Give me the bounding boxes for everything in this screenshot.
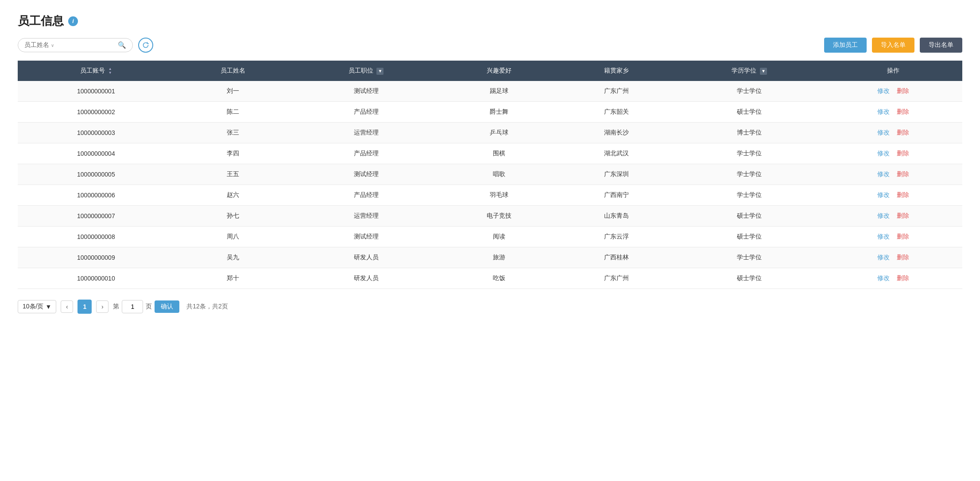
delete-button[interactable]: 删除 [897,129,909,136]
edit-button[interactable]: 修改 [877,274,890,281]
refresh-button[interactable] [138,38,153,53]
cell-hometown: 广东广州 [558,268,675,289]
col-name: 员工姓名 [174,61,292,81]
filter-icon-position[interactable]: ▼ [376,68,383,75]
cell-name: 张三 [174,123,292,143]
cell-account: 10000000006 [18,185,174,206]
cell-hometown: 广东广州 [558,81,675,102]
add-employee-button[interactable]: 添加员工 [824,38,867,53]
edit-button[interactable]: 修改 [877,254,890,261]
employee-table: 员工账号 ▲▼ 员工姓名 员工职位 ▼ 兴趣爱好 籍贯家乡 学历学位 ▼ 操作 … [18,61,962,289]
delete-button[interactable]: 删除 [897,212,909,219]
delete-button[interactable]: 删除 [897,254,909,261]
toolbar-right: 添加员工 导入名单 导出名单 [824,38,962,53]
cell-hometown: 广东深圳 [558,164,675,185]
page-goto-input[interactable] [122,300,143,313]
delete-button[interactable]: 删除 [897,170,909,177]
cell-action: 修改删除 [824,227,962,247]
table-row: 10000000004李四产品经理围棋湖北武汉学士学位修改删除 [18,143,962,164]
cell-education: 硕士学位 [675,102,824,123]
cell-position: 产品经理 [291,185,440,206]
cell-position: 测试经理 [291,164,440,185]
cell-name: 王五 [174,164,292,185]
cell-hometown: 广西桂林 [558,247,675,268]
page-header: 员工信息 i [18,13,962,29]
cell-name: 郑十 [174,268,292,289]
cell-account: 10000000009 [18,247,174,268]
delete-button[interactable]: 删除 [897,87,909,94]
edit-button[interactable]: 修改 [877,170,890,177]
cell-position: 产品经理 [291,143,440,164]
cell-action: 修改删除 [824,247,962,268]
import-button[interactable]: 导入名单 [872,38,914,53]
col-action: 操作 [824,61,962,81]
cell-education: 硕士学位 [675,268,824,289]
cell-education: 学士学位 [675,185,824,206]
table-header: 员工账号 ▲▼ 员工姓名 员工职位 ▼ 兴趣爱好 籍贯家乡 学历学位 ▼ 操作 [18,61,962,81]
cell-account: 10000000007 [18,206,174,227]
col-hometown: 籍贯家乡 [558,61,675,81]
current-page-button[interactable]: 1 [77,300,92,314]
col-account: 员工账号 ▲▼ [18,61,174,81]
cell-hobby: 乒乓球 [441,123,558,143]
page-total: 共12条，共2页 [186,303,228,311]
cell-account: 10000000004 [18,143,174,164]
cell-name: 陈二 [174,102,292,123]
cell-hobby: 踢足球 [441,81,558,102]
cell-position: 产品经理 [291,102,440,123]
cell-account: 10000000010 [18,268,174,289]
cell-hobby: 旅游 [441,247,558,268]
delete-button[interactable]: 删除 [897,108,909,115]
delete-button[interactable]: 删除 [897,150,909,157]
cell-name: 吴九 [174,247,292,268]
delete-button[interactable]: 删除 [897,233,909,240]
cell-account: 10000000001 [18,81,174,102]
cell-education: 学士学位 [675,81,824,102]
cell-hobby: 唱歌 [441,164,558,185]
delete-button[interactable]: 删除 [897,191,909,198]
edit-button[interactable]: 修改 [877,233,890,240]
cell-hometown: 广东云浮 [558,227,675,247]
cell-education: 博士学位 [675,123,824,143]
next-page-button[interactable]: › [96,300,108,313]
edit-button[interactable]: 修改 [877,191,890,198]
cell-education: 硕士学位 [675,206,824,227]
cell-name: 赵六 [174,185,292,206]
table-row: 10000000007孙七运营经理电子竞技山东青岛硕士学位修改删除 [18,206,962,227]
edit-button[interactable]: 修改 [877,150,890,157]
cell-action: 修改删除 [824,81,962,102]
cell-name: 刘一 [174,81,292,102]
cell-hobby: 羽毛球 [441,185,558,206]
table-row: 10000000005王五测试经理唱歌广东深圳学士学位修改删除 [18,164,962,185]
search-box[interactable]: 员工姓名 ∨ 🔍 [18,38,133,52]
cell-education: 学士学位 [675,164,824,185]
cell-hometown: 广西南宁 [558,185,675,206]
prev-page-button[interactable]: ‹ [61,300,73,313]
cell-hometown: 山东青岛 [558,206,675,227]
cell-action: 修改删除 [824,143,962,164]
export-button[interactable]: 导出名单 [920,38,962,53]
delete-button[interactable]: 删除 [897,274,909,281]
page-confirm-button[interactable]: 确认 [155,300,179,313]
cell-position: 研发人员 [291,247,440,268]
cell-hobby: 电子竞技 [441,206,558,227]
col-education: 学历学位 ▼ [675,61,824,81]
edit-button[interactable]: 修改 [877,108,890,115]
edit-button[interactable]: 修改 [877,87,890,94]
cell-hobby: 吃饭 [441,268,558,289]
cell-action: 修改删除 [824,185,962,206]
search-button[interactable]: 🔍 [118,41,126,49]
edit-button[interactable]: 修改 [877,212,890,219]
cell-action: 修改删除 [824,268,962,289]
sort-icons-account[interactable]: ▲▼ [108,67,112,75]
edit-button[interactable]: 修改 [877,129,890,136]
cell-name: 孙七 [174,206,292,227]
page-size-select[interactable]: 10条/页 ▼ [18,300,56,313]
cell-action: 修改删除 [824,206,962,227]
info-icon[interactable]: i [68,16,78,26]
cell-hometown: 湖南长沙 [558,123,675,143]
cell-position: 运营经理 [291,123,440,143]
table-body: 10000000001刘一测试经理踢足球广东广州学士学位修改删除10000000… [18,81,962,289]
filter-icon-education[interactable]: ▼ [760,68,767,75]
toolbar: 员工姓名 ∨ 🔍 添加员工 导入名单 导出名单 [18,38,962,53]
